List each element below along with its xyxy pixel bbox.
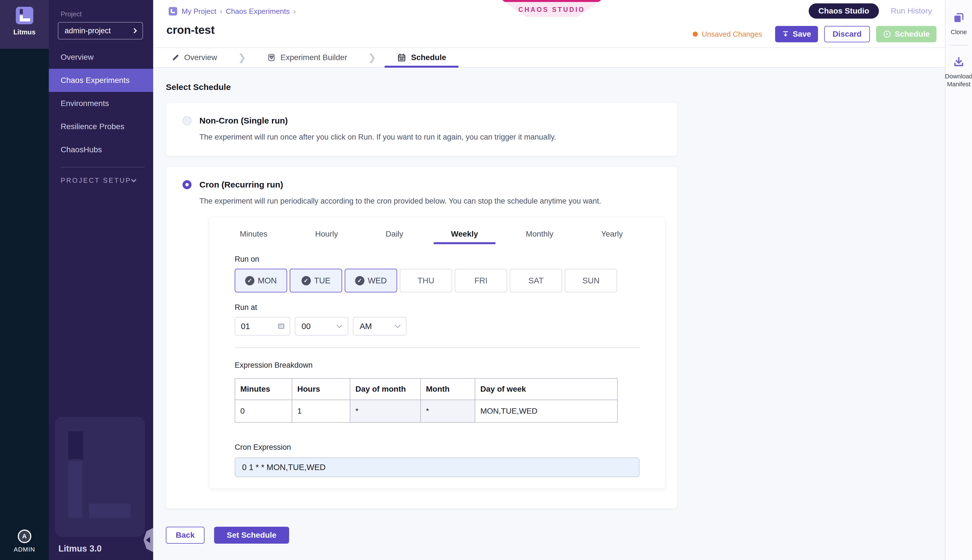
day-button-mon[interactable]: MON bbox=[235, 269, 287, 292]
play-circle-icon bbox=[883, 30, 891, 38]
download-manifest-label: Download Manifest bbox=[945, 72, 972, 88]
tab-chaos-studio[interactable]: Chaos Studio bbox=[809, 3, 879, 18]
divider bbox=[235, 347, 639, 348]
divider bbox=[950, 45, 967, 45]
divider bbox=[61, 167, 145, 167]
logo-text: Litmus bbox=[13, 28, 35, 36]
non-cron-title: Non-Cron (Single run) bbox=[199, 116, 288, 125]
right-toolbar: Clone Download Manifest bbox=[945, 0, 972, 560]
avatar[interactable]: A bbox=[18, 530, 31, 543]
calendar-icon bbox=[397, 53, 407, 62]
chevron-down-icon bbox=[337, 322, 342, 328]
header-actions: Unsaved Changes Save Discard Schedule bbox=[693, 26, 937, 42]
cron-tab-daily[interactable]: Daily bbox=[385, 224, 403, 244]
schedule-button[interactable]: Schedule bbox=[876, 26, 937, 42]
day-button-thu[interactable]: THU bbox=[400, 269, 452, 292]
radio-non-cron[interactable] bbox=[182, 116, 192, 125]
cron-tab-monthly[interactable]: Monthly bbox=[526, 224, 554, 244]
clone-button[interactable]: Clone bbox=[950, 11, 967, 37]
meridiem-select[interactable]: AM bbox=[353, 317, 407, 335]
tab-run-history[interactable]: Run History bbox=[891, 7, 932, 15]
collapse-arrow-icon bbox=[146, 537, 150, 543]
time-picker-icon bbox=[277, 322, 285, 330]
day-button-tue[interactable]: TUE bbox=[290, 269, 342, 292]
chevron-right-icon bbox=[132, 28, 137, 33]
project-selector[interactable]: admin-project bbox=[58, 22, 143, 40]
set-schedule-button[interactable]: Set Schedule bbox=[214, 527, 289, 543]
cron-panel-body: Run on MON TUE WED THU FRI SAT SUN Run a… bbox=[209, 255, 665, 477]
sidebar: Project admin-project Overview Chaos Exp… bbox=[49, 0, 153, 560]
sidebar-item-environments[interactable]: Environments bbox=[49, 92, 153, 115]
sidebar-item-resilience-probes[interactable]: Resilience Probes bbox=[49, 115, 153, 138]
view-tabs: Chaos Studio Run History bbox=[809, 3, 932, 18]
project-name: admin-project bbox=[65, 27, 111, 35]
cron-radio-row[interactable]: Cron (Recurring run) bbox=[182, 180, 661, 190]
hour-input-box bbox=[235, 317, 290, 335]
cell-day-of-month: * bbox=[350, 400, 420, 422]
hour-input[interactable] bbox=[237, 322, 271, 331]
breadcrumb-separator: › bbox=[220, 7, 222, 16]
project-setup-toggle[interactable]: PROJECT SETUP bbox=[49, 177, 153, 184]
cron-tab-hourly[interactable]: Hourly bbox=[315, 224, 338, 244]
day-button-sat[interactable]: SAT bbox=[510, 269, 562, 292]
sidebar-item-overview[interactable]: Overview bbox=[49, 46, 153, 69]
tab-overview[interactable]: Overview bbox=[171, 48, 217, 67]
run-on-label: Run on bbox=[235, 255, 640, 263]
day-button-fri[interactable]: FRI bbox=[455, 269, 507, 292]
clone-icon bbox=[952, 11, 965, 24]
run-at-controls: 00 AM bbox=[235, 317, 640, 335]
rail-logo-section: Litmus bbox=[0, 0, 49, 49]
day-selector: MON TUE WED THU FRI SAT SUN bbox=[235, 269, 640, 292]
day-button-wed[interactable]: WED bbox=[345, 269, 397, 292]
breadcrumb-chaos-experiments[interactable]: Chaos Experiments bbox=[226, 7, 290, 16]
nav-list: Overview Chaos Experiments Environments … bbox=[49, 46, 153, 161]
clone-label: Clone bbox=[950, 28, 967, 37]
chevron-down-icon bbox=[131, 177, 137, 182]
download-manifest-button[interactable]: Download Manifest bbox=[945, 55, 972, 88]
cron-tab-weekly[interactable]: Weekly bbox=[451, 224, 478, 244]
discard-button[interactable]: Discard bbox=[824, 26, 870, 42]
cron-expression-input[interactable] bbox=[235, 457, 639, 477]
main-area: My Project › Chaos Experiments › CHAOS S… bbox=[153, 0, 945, 560]
litmus-logo-icon[interactable] bbox=[16, 7, 33, 24]
non-cron-option-card: Non-Cron (Single run) The experiment wil… bbox=[166, 103, 677, 156]
admin-label: ADMIN bbox=[14, 546, 35, 553]
cell-month: * bbox=[420, 400, 475, 422]
cron-description: The experiment will run periodically acc… bbox=[199, 197, 661, 205]
check-icon bbox=[302, 276, 311, 285]
day-button-sun[interactable]: SUN bbox=[565, 269, 617, 292]
litmus-mini-logo-icon bbox=[169, 7, 177, 15]
table-row: 0 1 * * MON,TUE,WED bbox=[235, 400, 617, 422]
cron-expression-label: Cron Expression bbox=[235, 443, 640, 452]
download-icon bbox=[952, 55, 965, 68]
radio-cron[interactable] bbox=[182, 180, 192, 189]
tab-experiment-builder[interactable]: Experiment Builder bbox=[267, 48, 347, 67]
non-cron-description: The experiment will run once after you c… bbox=[199, 133, 661, 142]
breadcrumb-my-project[interactable]: My Project bbox=[182, 7, 216, 16]
minute-select[interactable]: 00 bbox=[295, 317, 348, 335]
cron-title: Cron (Recurring run) bbox=[199, 180, 283, 190]
sidebar-item-chaos-experiments[interactable]: Chaos Experiments bbox=[49, 69, 153, 92]
table-header-row: Minutes Hours Day of month Month Day of … bbox=[235, 378, 617, 400]
top-header: My Project › Chaos Experiments › CHAOS S… bbox=[153, 0, 945, 48]
run-at-label: Run at bbox=[235, 303, 640, 312]
col-minutes: Minutes bbox=[235, 378, 292, 400]
project-label: Project bbox=[61, 10, 153, 18]
tab-schedule[interactable]: Schedule bbox=[397, 48, 446, 67]
col-hours: Hours bbox=[292, 378, 350, 400]
step-separator: ❯ bbox=[368, 52, 376, 63]
save-icon bbox=[782, 30, 789, 38]
litmus-watermark bbox=[55, 417, 145, 537]
save-button[interactable]: Save bbox=[775, 26, 818, 42]
non-cron-radio-row[interactable]: Non-Cron (Single run) bbox=[182, 116, 661, 125]
sidebar-collapse-handle[interactable] bbox=[143, 528, 153, 552]
schedule-content: Select Schedule Non-Cron (Single run) Th… bbox=[153, 68, 945, 560]
back-button[interactable]: Back bbox=[166, 527, 205, 543]
cron-tab-minutes[interactable]: Minutes bbox=[240, 224, 267, 244]
cron-tab-yearly[interactable]: Yearly bbox=[601, 224, 623, 244]
cron-frequency-tabs: Minutes Hourly Daily Weekly Monthly Year… bbox=[209, 224, 665, 244]
rail-bottom: A ADMIN bbox=[0, 49, 49, 560]
unsaved-dot-icon bbox=[693, 32, 698, 37]
sidebar-item-chaoshubs[interactable]: ChaosHubs bbox=[49, 138, 153, 161]
page-title: cron-test bbox=[167, 24, 215, 37]
